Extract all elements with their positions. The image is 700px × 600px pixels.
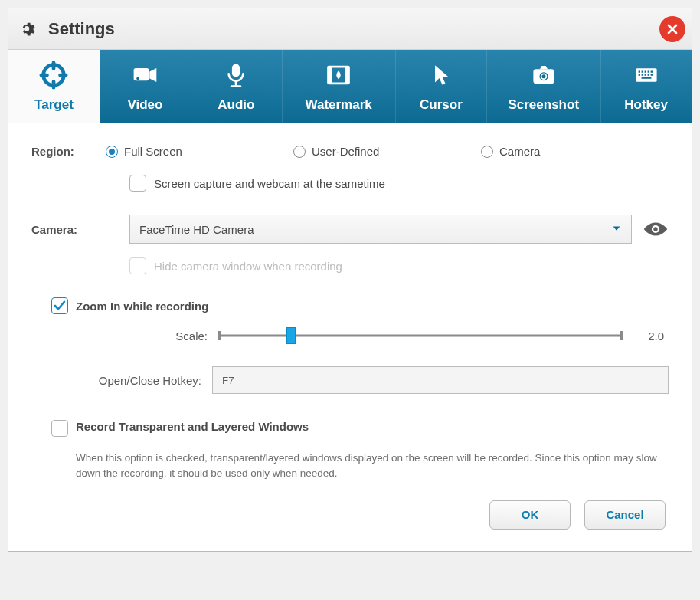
svg-rect-5	[329, 67, 332, 84]
slider-cap	[620, 331, 623, 340]
region-label: Region:	[31, 145, 106, 158]
tab-label: Audio	[218, 97, 254, 113]
keyboard-icon	[631, 61, 662, 90]
close-button[interactable]	[659, 16, 685, 42]
tabs: Target Video Audio Watermark Cursor	[8, 50, 692, 123]
tab-screenshot[interactable]: Screenshot	[486, 50, 600, 123]
radio-label: Camera	[499, 145, 540, 158]
hotkey-label: Open/Close Hotkey:	[67, 374, 212, 387]
radio-user-defined[interactable]: User-Defined	[293, 145, 481, 158]
hotkey-input[interactable]	[212, 366, 669, 394]
svg-rect-17	[641, 74, 643, 75]
cursor-icon	[426, 61, 456, 90]
radio-icon	[293, 146, 306, 158]
tab-content-target: Region: Full Screen User-Defined Camera …	[8, 123, 692, 551]
zoom-row: Zoom In while recording	[51, 297, 669, 314]
svg-rect-11	[638, 70, 639, 72]
region-row: Region: Full Screen User-Defined Camera	[31, 145, 669, 158]
region-radios: Full Screen User-Defined Camera	[106, 145, 669, 158]
checkbox-label: Screen capture and webcam at the sametim…	[154, 177, 385, 190]
scale-row: Scale: 2.0	[31, 328, 669, 343]
record-transparent-label: Record Transparent and Layered Windows	[76, 420, 309, 433]
svg-rect-18	[644, 74, 646, 75]
svg-rect-12	[641, 70, 643, 72]
checkbox-record-transparent[interactable]	[51, 420, 68, 437]
checkbox-zoom[interactable]	[51, 297, 68, 314]
camera-label: Camera:	[31, 223, 129, 236]
tab-label: Video	[127, 97, 162, 113]
svg-rect-3	[232, 64, 240, 77]
svg-point-23	[653, 227, 657, 231]
slider-track	[218, 335, 623, 337]
svg-point-2	[137, 77, 140, 80]
svg-rect-16	[638, 74, 639, 75]
svg-rect-19	[647, 74, 649, 75]
radio-full-screen[interactable]: Full Screen	[106, 145, 293, 158]
microphone-icon	[221, 61, 251, 90]
gear-icon	[19, 19, 39, 39]
radio-label: Full Screen	[124, 145, 182, 158]
svg-rect-6	[345, 67, 349, 84]
camera-select[interactable]: FaceTime HD Camera	[129, 215, 632, 244]
scale-value: 2.0	[623, 330, 669, 343]
tab-label: Target	[34, 97, 74, 113]
video-icon	[129, 61, 160, 90]
button-label: OK	[522, 508, 539, 521]
camera-icon	[528, 61, 559, 90]
watermark-icon	[323, 61, 354, 90]
svg-rect-1	[134, 68, 149, 80]
hide-camera-row: Hide camera window when recording	[31, 257, 669, 274]
svg-rect-15	[650, 70, 652, 72]
checkbox-capture-webcam[interactable]	[129, 175, 146, 192]
zoom-label: Zoom In while recording	[76, 300, 208, 313]
checkbox-label: Hide camera window when recording	[154, 260, 342, 273]
dialog-footer: OK Cancel	[31, 482, 669, 534]
settings-window: Settings Target Video Audio	[8, 8, 692, 552]
svg-rect-14	[647, 70, 649, 72]
record-transparent-desc: When this option is checked, transparent…	[76, 451, 669, 482]
slider-thumb[interactable]	[286, 327, 296, 344]
tab-watermark[interactable]: Watermark	[282, 50, 396, 123]
tab-hotkey[interactable]: Hotkey	[600, 50, 692, 123]
radio-label: User-Defined	[312, 145, 379, 158]
chevron-down-icon	[611, 223, 622, 236]
record-transparent-row: Record Transparent and Layered Windows	[51, 420, 669, 437]
camera-selected-value: FaceTime HD Camera	[139, 223, 611, 236]
tab-label: Cursor	[420, 97, 463, 113]
tab-audio[interactable]: Audio	[191, 50, 282, 123]
scale-label: Scale:	[162, 330, 208, 343]
radio-camera[interactable]: Camera	[481, 145, 669, 158]
hotkey-row: Open/Close Hotkey:	[31, 366, 669, 394]
preview-eye-button[interactable]	[643, 216, 669, 242]
tab-cursor[interactable]: Cursor	[395, 50, 486, 123]
cancel-button[interactable]: Cancel	[584, 500, 666, 530]
ok-button[interactable]: OK	[489, 500, 571, 530]
tab-video[interactable]: Video	[100, 50, 191, 123]
scale-slider[interactable]	[218, 328, 623, 343]
button-label: Cancel	[606, 508, 643, 521]
svg-rect-21	[641, 77, 651, 78]
camera-row: Camera: FaceTime HD Camera	[31, 215, 669, 244]
tab-label: Watermark	[306, 97, 372, 113]
svg-rect-13	[644, 70, 646, 72]
tab-label: Hotkey	[624, 97, 668, 113]
radio-icon	[481, 146, 493, 158]
titlebar: Settings	[8, 8, 692, 50]
checkbox-hide-camera[interactable]	[129, 257, 146, 274]
svg-rect-20	[650, 74, 652, 75]
target-icon	[38, 61, 69, 90]
tab-target[interactable]: Target	[8, 50, 100, 123]
window-title: Settings	[48, 19, 659, 39]
capture-webcam-row: Screen capture and webcam at the sametim…	[31, 175, 669, 192]
radio-icon	[106, 146, 118, 158]
tab-label: Screenshot	[508, 97, 579, 113]
